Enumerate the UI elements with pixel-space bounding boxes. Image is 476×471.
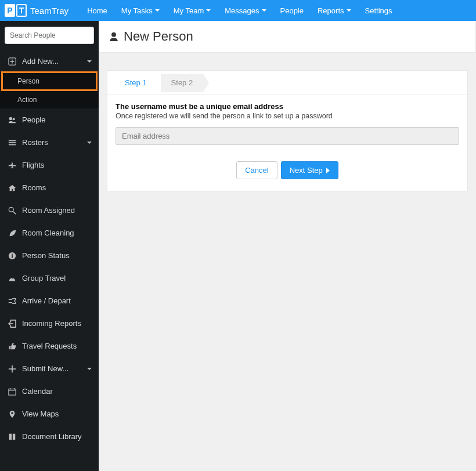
nav-home[interactable]: Home [80, 1, 114, 21]
caret-icon [87, 60, 92, 63]
list-icon [8, 139, 16, 147]
search-icon [8, 206, 16, 215]
sidebar-calendar-label: Calendar [22, 387, 53, 396]
sidebar-flights-label: Flights [22, 161, 44, 169]
sidebar-group-travel[interactable]: Group Travel [0, 267, 99, 289]
svg-rect-4 [9, 142, 16, 143]
sidebar-submit-new[interactable]: Submit New... [0, 357, 99, 380]
sidebar-add-new-submenu: Person Action [0, 73, 99, 108]
page-header: New Person [99, 21, 476, 53]
nav-my-tasks-label: My Tasks [121, 6, 153, 15]
sidebar-person-status[interactable]: Person Status [0, 244, 99, 267]
step-2-tab[interactable]: Step 2 [161, 74, 204, 92]
sidebar-rosters-label: Rosters [22, 138, 48, 147]
sign-in-icon [8, 320, 16, 328]
sidebar-room-assigned-label: Room Assigned [22, 206, 75, 215]
book-icon [8, 433, 16, 441]
users-icon [8, 116, 16, 124]
top-navbar: P T TeamTray Home My Tasks My Team Messa… [0, 0, 476, 21]
nav-people[interactable]: People [273, 1, 311, 21]
chevron-right-icon [326, 168, 330, 173]
svg-rect-9 [12, 253, 13, 255]
brand-name: TeamTray [30, 6, 68, 16]
nav-reports[interactable]: Reports [311, 1, 358, 21]
nav-my-team-label: My Team [174, 6, 204, 15]
sidebar-room-assigned[interactable]: Room Assigned [0, 199, 99, 222]
plus-box-icon [8, 57, 16, 66]
sidebar-rooms-label: Rooms [22, 183, 46, 192]
dashboard-icon [8, 274, 16, 282]
logo-t-icon: T [16, 4, 27, 17]
sidebar-people[interactable]: People [0, 108, 99, 131]
plane-icon [8, 161, 16, 169]
caret-icon [155, 9, 160, 12]
map-pin-icon [8, 410, 16, 418]
svg-rect-8 [12, 255, 13, 258]
thumbs-up-icon [8, 342, 16, 350]
sidebar-search [5, 27, 94, 44]
caret-icon [347, 9, 351, 12]
email-field[interactable] [116, 127, 459, 145]
cancel-button[interactable]: Cancel [236, 161, 277, 179]
nav-my-team[interactable]: My Team [167, 1, 218, 21]
sidebar-document-library[interactable]: Document Library [0, 425, 99, 448]
sidebar-view-maps-label: View Maps [22, 410, 59, 418]
svg-rect-5 [9, 144, 16, 145]
sidebar-arrive-depart-label: Arrive / Depart [22, 296, 71, 305]
sidebar-rooms[interactable]: Rooms [0, 176, 99, 199]
form-body: The username must be a unique email addr… [107, 102, 467, 179]
step-1-tab[interactable]: Step 1 [114, 74, 157, 92]
svg-rect-3 [9, 140, 16, 141]
nav-reports-label: Reports [318, 6, 344, 15]
nav-messages[interactable]: Messages [218, 1, 273, 21]
next-step-button[interactable]: Next Step [281, 161, 338, 179]
sidebar-people-label: People [22, 115, 45, 124]
sidebar-view-maps[interactable]: View Maps [0, 403, 99, 425]
caret-icon [87, 142, 92, 144]
app-logo[interactable]: P T TeamTray [5, 4, 68, 17]
sidebar-room-cleaning[interactable]: Room Cleaning [0, 222, 99, 244]
sidebar-add-new-label: Add New... [22, 57, 59, 66]
form-actions: Cancel Next Step [116, 161, 459, 179]
sidebar-person-status-label: Person Status [22, 251, 70, 260]
sidebar-arrive-depart[interactable]: Arrive / Depart [0, 289, 99, 312]
svg-point-6 [9, 207, 13, 212]
sidebar-incoming-reports[interactable]: Incoming Reports [0, 312, 99, 335]
sidebar-travel-requests-label: Travel Requests [22, 342, 77, 350]
caret-icon [262, 9, 266, 12]
nav-my-tasks[interactable]: My Tasks [114, 1, 167, 21]
caret-icon [206, 9, 211, 12]
main-content: New Person Step 1 Step 2 The username mu… [99, 21, 476, 471]
form-hint-title: The username must be a unique email addr… [116, 102, 459, 111]
sidebar-incoming-reports-label: Incoming Reports [22, 319, 81, 328]
logo-p-icon: P [5, 4, 15, 17]
svg-point-2 [13, 118, 15, 120]
search-input[interactable] [5, 27, 94, 44]
sidebar-sub-person[interactable]: Person [2, 73, 96, 90]
sidebar: Add New... Person Action People Rosters … [0, 21, 99, 471]
sidebar-sub-action[interactable]: Action [0, 91, 99, 108]
leaf-icon [8, 229, 16, 237]
wizard-steps: Step 1 Step 2 [107, 71, 467, 95]
calendar-icon [8, 387, 16, 396]
sidebar-rosters[interactable]: Rosters [0, 131, 99, 154]
top-menu: Home My Tasks My Team Messages People Re… [80, 1, 399, 21]
sidebar-travel-requests[interactable]: Travel Requests [0, 335, 99, 357]
nav-settings[interactable]: Settings [358, 1, 399, 21]
svg-rect-10 [9, 389, 16, 395]
sidebar-calendar[interactable]: Calendar [0, 380, 99, 403]
next-step-label: Next Step [290, 166, 323, 175]
random-icon [8, 297, 16, 305]
sidebar-add-new[interactable]: Add New... [0, 50, 99, 73]
home-icon [8, 184, 16, 192]
sidebar-flights[interactable]: Flights [0, 154, 99, 176]
plus-icon [8, 365, 16, 373]
info-icon [8, 252, 16, 260]
nav-messages-label: Messages [225, 6, 259, 15]
svg-point-11 [111, 32, 116, 37]
sidebar-document-library-label: Document Library [22, 432, 82, 441]
sidebar-group-travel-label: Group Travel [22, 274, 66, 282]
sidebar-submit-new-label: Submit New... [22, 364, 68, 373]
form-panel: Step 1 Step 2 The username must be a uni… [107, 70, 468, 191]
sidebar-room-cleaning-label: Room Cleaning [22, 229, 74, 237]
